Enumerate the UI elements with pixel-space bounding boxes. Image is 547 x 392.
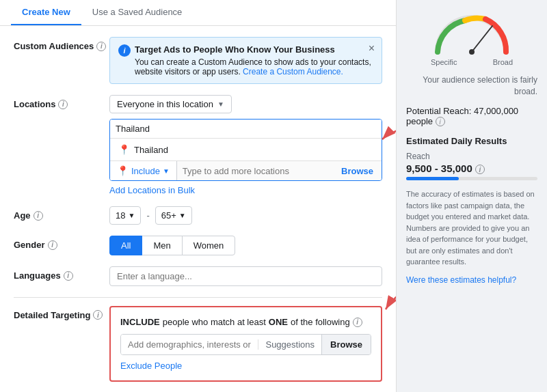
gender-selector: All Men Women (109, 236, 382, 255)
location-search-header: Thailand (110, 120, 382, 138)
detailed-targeting-info-icon[interactable]: i (93, 310, 103, 320)
dt-search-input[interactable] (121, 335, 258, 354)
custom-audiences-info-icon[interactable]: i (96, 42, 106, 51)
gender-info-icon[interactable]: i (48, 240, 57, 250)
include-description: INCLUDE people who match at least ONE of… (120, 317, 371, 327)
locations-row: Locations i Everyone in this location ▼ … (14, 95, 382, 195)
custom-audiences-info-box: i Target Ads to People Who Know Your Bus… (109, 37, 382, 84)
app-container: Create New Use a Saved Audience Custom A… (0, 0, 547, 392)
gauge-svg (431, 11, 513, 55)
gender-all-button[interactable]: All (109, 236, 142, 255)
languages-label: Languages i (14, 266, 109, 281)
location-type-dropdown[interactable]: Everyone in this location ▼ (109, 95, 232, 113)
locations-info-icon[interactable]: i (58, 100, 68, 109)
exclude-people-link[interactable]: Exclude People (120, 361, 182, 371)
languages-info-icon[interactable]: i (64, 271, 73, 281)
one-label: ONE (269, 317, 288, 327)
potential-reach: Potential Reach: 47,000,000 people i (406, 106, 537, 127)
age-to-dropdown[interactable]: 65+ ▼ (155, 206, 192, 225)
detailed-targeting-control: INCLUDE people who match at least ONE of… (109, 306, 382, 392)
age-from-chevron: ▼ (128, 212, 135, 219)
tab-create-new[interactable]: Create New (11, 0, 81, 25)
locations-control: Everyone in this location ▼ Thailand 📍 T… (109, 95, 382, 195)
age-control: 18 ▼ - 65+ ▼ (109, 206, 382, 225)
gender-row: Gender i All Men Women (14, 236, 382, 255)
age-selector-row: 18 ▼ - 65+ ▼ (109, 206, 382, 225)
reach-bar-background (406, 177, 537, 180)
locations-label: Locations i (14, 95, 109, 109)
language-input[interactable] (109, 266, 382, 286)
location-include-row: 📍 Include ▼ Browse (110, 160, 382, 180)
info-blue-icon: i (118, 44, 131, 57)
gender-label: Gender i (14, 236, 109, 250)
reach-values: 9,500 - 35,000 i (406, 163, 537, 174)
gender-men-button[interactable]: Men (142, 236, 182, 255)
custom-audiences-control: i Target Ads to People Who Know Your Bus… (109, 37, 382, 84)
gender-control: All Men Women (109, 236, 382, 255)
location-result-thailand[interactable]: 📍 Thailand (110, 138, 382, 160)
reach-info-icon[interactable]: i (475, 165, 485, 174)
location-search-wrapper: Thailand 📍 Thailand 📍 Include ▼ (109, 119, 382, 181)
location-pin-icon: 📍 (118, 144, 130, 155)
detailed-targeting-row: Detailed Targeting i INCLUDE people who … (14, 306, 382, 392)
include-pin-icon: 📍 (117, 165, 129, 176)
audience-text: Your audience selection is fairly broad. (406, 74, 537, 98)
estimated-daily-results-title: Estimated Daily Results (406, 136, 537, 146)
right-panel: Specific Broad Your audience selection i… (397, 0, 547, 392)
location-search-container: Thailand 📍 Thailand 📍 Include ▼ (109, 119, 382, 181)
age-dash: - (146, 210, 149, 221)
location-browse-button[interactable]: Browse (333, 162, 382, 180)
add-locations-bulk-link[interactable]: Add Locations in Bulk (109, 185, 195, 195)
reach-label: Reach (406, 152, 537, 161)
dt-suggestions-label: Suggestions (258, 339, 321, 350)
dt-following-info-icon[interactable]: i (353, 318, 362, 327)
include-label: INCLUDE (120, 317, 160, 327)
create-custom-audience-link[interactable]: Create a Custom Audience. (243, 67, 343, 76)
location-dropdown-chevron: ▼ (217, 100, 224, 108)
dt-browse-button[interactable]: Browse (321, 335, 371, 354)
detailed-targeting-box: INCLUDE people who match at least ONE of… (109, 306, 382, 382)
svg-line-2 (472, 26, 492, 52)
tab-saved-audience[interactable]: Use a Saved Audience (81, 0, 194, 25)
gender-women-button[interactable]: Women (182, 236, 236, 255)
svg-point-3 (469, 49, 475, 55)
custom-audiences-row: Custom Audiences i i Target Ads to Peopl… (14, 37, 382, 84)
info-box-body: You can create a Custom Audience to show… (135, 57, 373, 76)
age-to-chevron: ▼ (179, 212, 186, 219)
languages-row: Languages i (14, 266, 382, 286)
languages-control (109, 266, 382, 286)
age-row: Age i 18 ▼ - 65+ ▼ (14, 206, 382, 225)
top-tabs: Create New Use a Saved Audience (0, 0, 396, 26)
reach-bar-fill (406, 177, 459, 180)
age-from-dropdown[interactable]: 18 ▼ (109, 206, 141, 225)
main-panel: Create New Use a Saved Audience Custom A… (0, 0, 397, 392)
detailed-targeting-label-col: Detailed Targeting i (14, 306, 109, 320)
gauge-container: Specific Broad (406, 11, 537, 66)
custom-audiences-label: Custom Audiences i (14, 37, 109, 51)
form-divider (14, 297, 382, 298)
potential-reach-info-icon[interactable]: i (436, 117, 445, 126)
include-chevron: ▼ (163, 167, 170, 175)
info-box-close-button[interactable]: × (369, 43, 375, 54)
helpful-estimates-link[interactable]: Were these estimates helpful? (406, 275, 516, 285)
info-box-title: Target Ads to People Who Know Your Busin… (135, 44, 373, 55)
form-content: Custom Audiences i i Target Ads to Peopl… (0, 26, 396, 392)
age-info-icon[interactable]: i (34, 211, 43, 221)
dt-input-row: Suggestions Browse (120, 334, 371, 355)
location-type-input[interactable] (177, 162, 333, 180)
estimates-accuracy-text: The accuracy of estimates is based on fa… (406, 188, 537, 268)
gauge-labels: Specific Broad (431, 58, 513, 66)
age-label: Age i (14, 206, 109, 221)
include-dropdown[interactable]: 📍 Include ▼ (110, 161, 177, 180)
